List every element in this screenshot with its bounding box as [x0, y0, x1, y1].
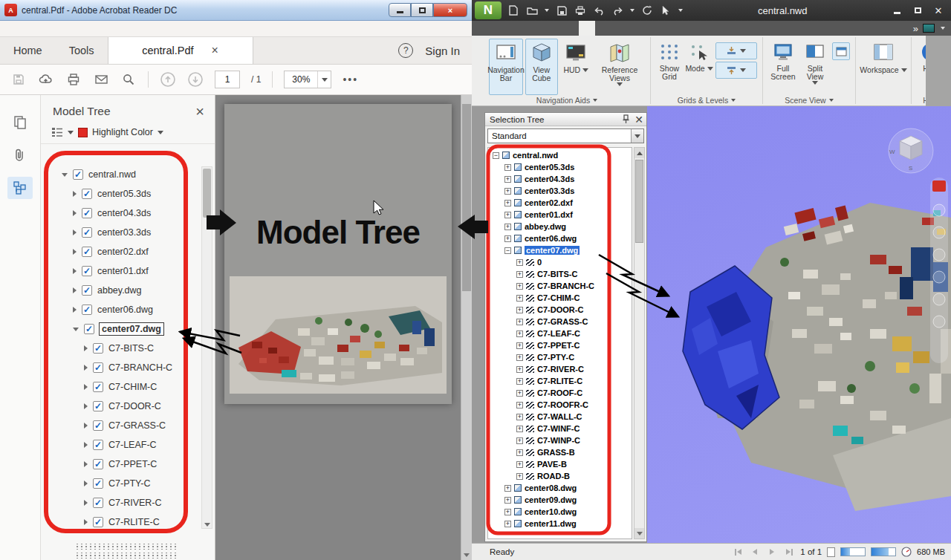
expand-box-icon[interactable]	[516, 414, 523, 420]
record-icon[interactable]	[923, 24, 935, 33]
expand-box-icon[interactable]	[516, 331, 523, 337]
last-sheet-icon[interactable]	[783, 546, 795, 558]
chevron-icon[interactable]	[73, 287, 77, 293]
selection-tree-item[interactable]: central.nwd	[488, 149, 632, 161]
zoom-dropdown[interactable]: 30%	[284, 71, 331, 88]
selection-tree-item[interactable]: PAVE-B	[488, 458, 632, 470]
model-tree-item[interactable]: ✓ center07.dwg	[44, 319, 198, 339]
selection-tree-item[interactable]: center08.dwg	[488, 482, 632, 494]
chevron-icon[interactable]	[73, 328, 79, 331]
mode-button[interactable]: Mode	[685, 39, 713, 95]
document-scrollbar[interactable]	[461, 95, 472, 560]
menu-item[interactable]	[61, 21, 74, 37]
document-tab[interactable]: central.Pdf ×	[108, 37, 253, 64]
expand-box-icon[interactable]	[504, 200, 511, 206]
scroll-down-icon[interactable]	[461, 553, 472, 557]
highlight-color-caret-icon[interactable]	[158, 131, 163, 134]
refresh-icon[interactable]	[641, 4, 653, 16]
selection-tree-scrollb​ar[interactable]	[634, 147, 645, 539]
ribbon-tab[interactable]	[579, 21, 595, 36]
scrollbar-thumb[interactable]	[635, 160, 643, 243]
expand-box-icon[interactable]	[516, 366, 523, 373]
menu-item[interactable]	[48, 21, 61, 37]
chevron-icon[interactable]	[84, 481, 88, 486]
selection-tree-item[interactable]: center11.dwg	[488, 518, 632, 530]
close-button[interactable]: ×	[433, 3, 467, 17]
scrollbar-thumb[interactable]	[203, 169, 211, 218]
model-tree-item[interactable]: ✓ C7-LEAF-C	[44, 435, 198, 455]
model-tree-item[interactable]: ✓ C7-BRANCH-C	[44, 358, 198, 377]
chevron-icon[interactable]	[84, 461, 88, 467]
expand-box-icon[interactable]	[504, 212, 511, 218]
close-panel-icon[interactable]: ✕	[634, 116, 643, 123]
expand-box-icon[interactable]	[504, 176, 511, 183]
selection-tree-item[interactable]: ROAD-B	[488, 470, 632, 482]
chevron-icon[interactable]	[73, 229, 77, 235]
cloud-upload-icon[interactable]	[38, 71, 54, 88]
reference-views-button[interactable]: Reference Views	[594, 39, 645, 95]
minimize-button[interactable]	[389, 3, 411, 17]
close-button[interactable]: ✕	[929, 2, 948, 19]
expand-box-icon[interactable]	[504, 188, 511, 195]
tree-options-icon[interactable]	[51, 127, 63, 137]
save-icon[interactable]	[556, 4, 568, 16]
checkbox-checked[interactable]: ✓	[82, 305, 92, 315]
expand-box-icon[interactable]	[516, 461, 523, 468]
chevron-icon[interactable]	[84, 423, 88, 429]
view-cube-widget[interactable]: W S	[889, 128, 933, 173]
checkbox-checked[interactable]: ✓	[93, 459, 103, 469]
chevron-icon[interactable]	[84, 500, 88, 506]
checkbox-checked[interactable]: ✓	[93, 517, 103, 527]
model-tree-item[interactable]: ✓ C7-RLITE-C	[44, 512, 198, 532]
save-icon[interactable]	[10, 71, 27, 88]
workspace-button[interactable]: Workspace	[862, 39, 905, 95]
expand-box-icon[interactable]	[504, 247, 511, 254]
expand-box-icon[interactable]	[516, 259, 523, 266]
selection-tree-mode-dropdown[interactable]: Standard	[487, 128, 644, 143]
ribbon-tab[interactable]	[513, 21, 530, 36]
chevron-icon[interactable]	[84, 442, 88, 448]
model-tree-item[interactable]: ✓ C7-PTY-C	[44, 474, 198, 493]
selection-tree-item[interactable]: center07.dwg	[488, 244, 632, 256]
group-label-navigation-aids[interactable]: Navigation Aids	[487, 95, 647, 105]
navigation-bar-button[interactable]: Navigation Bar	[489, 39, 523, 95]
expand-box-icon[interactable]	[516, 378, 523, 385]
expand-box-icon[interactable]	[516, 426, 523, 432]
panel-resize-grip[interactable]	[74, 544, 178, 550]
scrollbar-thumb[interactable]	[462, 104, 471, 291]
page-number-input[interactable]: 1	[215, 71, 240, 88]
checkbox-checked[interactable]: ✓	[82, 227, 92, 238]
open-caret-icon[interactable]	[545, 9, 549, 12]
model-tree-item[interactable]: ✓ C7-RIVER-C	[44, 493, 198, 512]
model-tree-item[interactable]: ✓ C7-PPET-C	[44, 455, 198, 474]
selection-tree-item[interactable]: C7-WINF-C	[488, 423, 632, 434]
grid-option-top-button[interactable]	[715, 42, 757, 59]
expand-box-icon[interactable]	[504, 224, 511, 230]
first-sheet-icon[interactable]	[732, 546, 744, 558]
model-tree-item[interactable]: ✓ C7-CHIM-C	[44, 377, 198, 397]
checkbox-checked[interactable]: ✓	[93, 362, 103, 373]
chevron-icon[interactable]	[84, 403, 88, 409]
expand-box-icon[interactable]	[516, 283, 523, 290]
model-tree-item[interactable]: ✓ center01.dxf	[44, 261, 198, 281]
minimize-button[interactable]	[887, 2, 906, 19]
open-file-icon[interactable]	[526, 4, 538, 16]
navisworks-app-icon[interactable]: N	[475, 1, 502, 19]
sign-in-button[interactable]: Sign In	[425, 45, 460, 57]
ribbon-tab[interactable]	[530, 21, 546, 36]
checkbox-checked[interactable]: ✓	[93, 343, 103, 354]
model-tree-scrollbar[interactable]	[201, 166, 212, 529]
show-grid-button[interactable]: Show Grid	[656, 39, 683, 95]
checkbox-checked[interactable]: ✓	[93, 498, 103, 508]
expand-box-icon[interactable]	[504, 235, 511, 242]
model-tree-item[interactable]: ✓ center05.3ds	[44, 184, 198, 204]
chevron-icon[interactable]	[73, 249, 77, 255]
expand-box-icon[interactable]	[516, 473, 523, 480]
tab-tools[interactable]: Tools	[56, 37, 108, 64]
expand-box-icon[interactable]	[516, 271, 523, 278]
3d-viewport[interactable]: W S	[647, 106, 951, 543]
panel-resize-grip[interactable]	[74, 553, 178, 559]
selection-tree-item[interactable]: C7-RIVER-C	[488, 363, 632, 375]
checkbox-checked[interactable]: ✓	[84, 324, 94, 334]
checkbox-checked[interactable]: ✓	[93, 478, 103, 489]
